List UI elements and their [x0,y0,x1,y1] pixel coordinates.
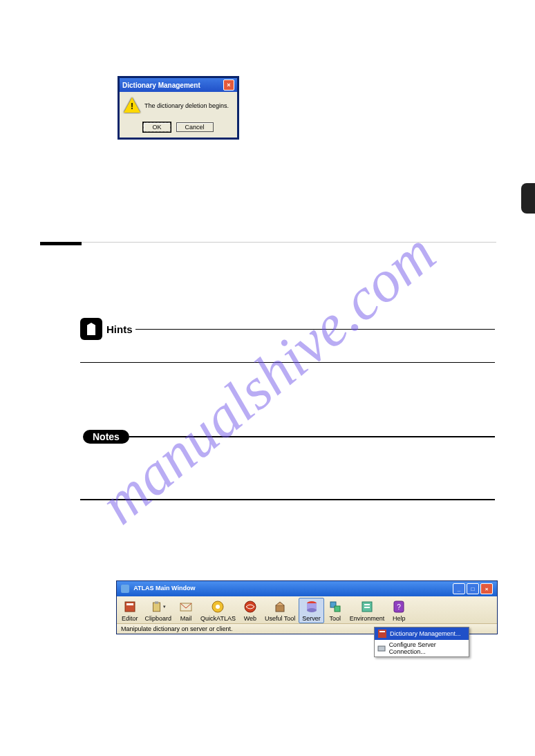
dictionary-icon [377,629,387,639]
menu-item-label: Dictionary Management... [390,630,461,637]
svg-rect-1 [126,603,133,605]
toolbar-label: Mail [180,615,192,622]
clipboard-button[interactable]: ▾ Clipboard [142,598,176,623]
tool-button[interactable]: Tool [324,598,346,623]
help-button[interactable]: ? Help [388,598,410,623]
mail-icon [178,599,194,614]
window-titlebar: ATLAS Main Window _ □ × [117,581,497,596]
svg-rect-16 [364,607,370,608]
section-divider [40,242,496,245]
svg-rect-18 [378,630,386,638]
close-icon[interactable]: × [223,79,234,91]
window-title: ATLAS Main Window [121,585,195,593]
toolbar-label: Clipboard [145,615,172,622]
dialog-titlebar: Dictionary Management × [120,78,237,92]
toolbar: Editor ▾ Clipboard Mail QuickATLAS Web U… [117,596,497,623]
svg-rect-19 [379,631,385,632]
editor-button[interactable]: Editor [118,598,142,623]
server-menu: Dictionary Management... Configure Serve… [374,627,469,657]
atlas-main-window: ATLAS Main Window _ □ × Editor ▾ Clipboa… [116,580,498,634]
svg-rect-20 [378,646,385,651]
useful-tool-button[interactable]: Useful Tool [261,598,299,623]
close-icon[interactable]: × [480,583,493,594]
dialog-title: Dictionary Management [122,82,200,89]
web-icon [243,599,258,614]
minimize-icon[interactable]: _ [453,583,465,594]
divider-line [80,499,495,500]
mail-button[interactable]: Mail [175,598,197,623]
divider-line [80,362,495,363]
toolbar-label: Useful Tool [265,615,295,622]
toolbar-label: Editor [122,615,138,622]
environment-icon [359,599,375,614]
watermark: manualshive.com [86,218,449,538]
svg-rect-8 [276,605,284,612]
useful-tool-icon [272,599,288,614]
toolbar-label: Tool [330,615,341,622]
tool-icon [328,599,343,614]
svg-text:?: ? [397,603,402,611]
svg-rect-13 [335,606,340,612]
clipboard-icon: ▾ [151,599,166,614]
editor-icon [122,599,138,614]
server-icon [304,599,319,614]
quickatlas-button[interactable]: QuickATLAS [197,598,239,623]
svg-rect-15 [364,604,370,605]
svg-point-11 [307,608,317,612]
menu-configure-server[interactable]: Configure Server Connection... [375,640,469,656]
cancel-button[interactable]: Cancel [176,122,214,132]
side-tab [521,183,535,214]
ok-button[interactable]: OK [143,122,170,132]
hints-label: Hints [106,323,133,335]
server-button[interactable]: Server [299,598,324,623]
help-icon: ? [391,599,406,614]
hints-heading: Hints [80,318,495,340]
svg-rect-3 [155,601,158,603]
dictionary-management-dialog: Dictionary Management × ! The dictionary… [118,76,239,140]
toolbar-label: Web [244,615,256,622]
notes-heading: Notes [83,430,495,444]
svg-point-6 [216,605,220,609]
svg-rect-2 [153,603,160,612]
dialog-message: The dictionary deletion begins. [144,102,229,109]
hints-icon [80,318,102,340]
notes-label: Notes [83,430,129,444]
toolbar-label: Help [393,615,406,622]
quickatlas-icon [210,599,225,614]
toolbar-label: Server [302,615,321,622]
toolbar-label: Environment [350,615,385,622]
environment-button[interactable]: Environment [346,598,388,623]
warning-icon: ! [124,97,140,114]
menu-item-label: Configure Server Connection... [389,641,466,655]
toolbar-label: QuickATLAS [200,615,236,622]
menu-dictionary-management[interactable]: Dictionary Management... [375,627,469,640]
configure-icon [377,643,386,653]
maximize-icon[interactable]: □ [467,583,479,594]
web-button[interactable]: Web [239,598,261,623]
